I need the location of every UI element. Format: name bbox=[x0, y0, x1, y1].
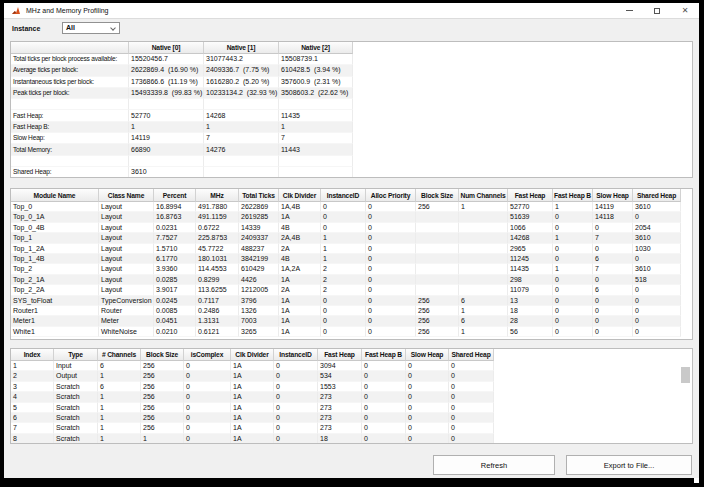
cell: 2A bbox=[279, 285, 321, 295]
cell: 15493339.8 (99.83 %) bbox=[129, 88, 204, 99]
cell: 1 bbox=[129, 122, 204, 133]
cell: SYS_toFloat bbox=[11, 296, 99, 306]
cell: 2619285 bbox=[239, 212, 279, 222]
refresh-button[interactable]: Refresh bbox=[433, 455, 555, 475]
column-header: Type bbox=[54, 349, 98, 361]
minimize-button[interactable] bbox=[615, 3, 643, 18]
cell: 0 bbox=[366, 275, 416, 285]
column-header: Native [0] bbox=[129, 42, 204, 54]
cell: 1A bbox=[231, 403, 274, 413]
cell: 0 bbox=[362, 413, 406, 423]
table-row: Meter1Meter0.04511.313170031A00256628000 bbox=[11, 316, 681, 326]
export-button[interactable]: Export to File... bbox=[566, 455, 692, 475]
cell: 0 bbox=[406, 382, 449, 392]
cell: 1A bbox=[231, 423, 274, 433]
cell: 2965 bbox=[508, 244, 553, 254]
cell: 18 bbox=[318, 434, 362, 444]
cell: 0.7117 bbox=[196, 296, 239, 306]
close-button[interactable]: ✕ bbox=[671, 3, 699, 18]
cell bbox=[416, 285, 459, 295]
cell: 256 bbox=[141, 382, 184, 392]
cell: 0 bbox=[593, 316, 633, 326]
cell: 0.2486 bbox=[196, 306, 239, 316]
column-header: Fast Heap B bbox=[553, 189, 593, 202]
cell: 15508739.1 bbox=[279, 54, 353, 65]
vertical-scrollbar-thumb[interactable] bbox=[681, 367, 690, 383]
column-header: Index bbox=[11, 349, 54, 361]
cell: 0 bbox=[366, 285, 416, 295]
table-row: Router1Router0.00850.248613261A002561180… bbox=[11, 306, 681, 316]
cell: 1 bbox=[321, 233, 366, 243]
column-header: Percent bbox=[154, 189, 196, 202]
cell: 0 bbox=[362, 382, 406, 392]
table-row: 6Scratch125601A0273000 bbox=[11, 413, 494, 423]
cell: 7.7527 bbox=[154, 233, 196, 243]
summary-table: Native [0]Native [1]Native [2]Total tick… bbox=[10, 41, 693, 178]
cell: 0 bbox=[633, 316, 681, 326]
cell: 1.5710 bbox=[154, 244, 196, 254]
table-row: Total Memory:668901427611443 bbox=[11, 144, 353, 155]
cell: 1212005 bbox=[239, 285, 279, 295]
table-row: Top_0_1ALayout16.8763491.115926192851A00… bbox=[11, 212, 681, 222]
table-row: 8Scratch1101A018000 bbox=[11, 434, 494, 444]
app-icon bbox=[11, 6, 21, 16]
cell: Scratch bbox=[54, 392, 98, 402]
cell: 2622869 bbox=[239, 202, 279, 212]
cell: Layout bbox=[99, 212, 154, 222]
cell: 0 bbox=[449, 382, 494, 392]
cell: 11435 bbox=[508, 264, 553, 274]
cell: Top_0 bbox=[11, 202, 99, 212]
cell: 0 bbox=[633, 212, 681, 222]
cell bbox=[459, 233, 508, 243]
cell: 13 bbox=[508, 296, 553, 306]
cell: 0 bbox=[406, 371, 449, 381]
instance-select[interactable]: All bbox=[62, 22, 120, 34]
table-row: Instantaneous ticks per block:1736866.6 … bbox=[11, 77, 353, 88]
resize-grip[interactable] bbox=[694, 478, 699, 483]
cell: Slow Heap: bbox=[11, 133, 129, 144]
cell: 0 bbox=[553, 285, 593, 295]
cell: 4426 bbox=[239, 275, 279, 285]
cell: 3610 bbox=[633, 202, 681, 212]
cell: 52770 bbox=[508, 202, 553, 212]
column-header: Native [1] bbox=[204, 42, 279, 54]
table-row: 7Scratch125601A0273000 bbox=[11, 423, 494, 433]
cell: 2409337 bbox=[239, 233, 279, 243]
cell: Input bbox=[54, 361, 98, 371]
cell: 0 bbox=[633, 306, 681, 316]
cell: 0 bbox=[184, 403, 231, 413]
cell: 11443 bbox=[279, 144, 353, 155]
table-row: Shared Heap:3610 bbox=[11, 167, 353, 178]
cell: 273 bbox=[318, 392, 362, 402]
cell: Instantaneous ticks per block: bbox=[11, 77, 129, 88]
cell: 16.8994 bbox=[154, 202, 196, 212]
cell: 0 bbox=[553, 296, 593, 306]
cell bbox=[416, 275, 459, 285]
cell: 7 bbox=[279, 133, 353, 144]
cell: 2A bbox=[279, 244, 321, 254]
column-header: Module Name bbox=[11, 189, 99, 202]
cell: 256 bbox=[416, 327, 459, 337]
column-header: isComplex bbox=[184, 349, 231, 361]
cell: 1 bbox=[553, 264, 593, 274]
cell: 1A bbox=[279, 306, 321, 316]
cell: 1616280.2 (5.20 %) bbox=[204, 77, 279, 88]
maximize-button[interactable] bbox=[643, 3, 671, 18]
cell: 3.9017 bbox=[154, 285, 196, 295]
column-header bbox=[11, 42, 129, 54]
cell: 0 bbox=[184, 371, 231, 381]
cell: 2 bbox=[11, 371, 54, 381]
cell: 2409336.7 (7.75 %) bbox=[204, 65, 279, 76]
cell: 0 bbox=[362, 403, 406, 413]
cell: Shared Heap: bbox=[11, 167, 129, 178]
cell: Layout bbox=[99, 264, 154, 274]
cell: 0 bbox=[449, 392, 494, 402]
header-row: Native [0]Native [1]Native [2] bbox=[11, 42, 353, 54]
cell: 534 bbox=[318, 371, 362, 381]
cell: Meter1 bbox=[11, 316, 99, 326]
cell: 0 bbox=[362, 361, 406, 371]
cell: 0 bbox=[366, 223, 416, 233]
cell bbox=[459, 264, 508, 274]
cell: Scratch bbox=[54, 423, 98, 433]
cell: TypeConversion bbox=[99, 296, 154, 306]
